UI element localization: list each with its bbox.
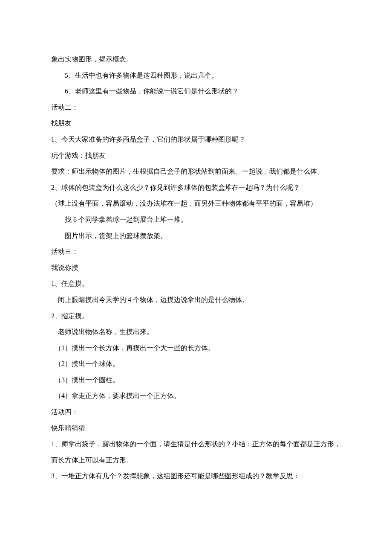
text-line: 象出实物图形，揭示概念。	[51, 51, 341, 67]
document-body: 象出实物图形，揭示概念。 5、生活中也有许多物体是这四种图形，说出几个。 6、老…	[51, 51, 341, 484]
text-line: 我说你摸	[51, 260, 341, 276]
text-line: 要求：师出示物体的图片，生根据自己盒子的形状站到前面来。一起说，我们都是什么体。	[51, 163, 341, 180]
text-line: 2、指定摸。	[51, 308, 341, 324]
text-line: 闭上眼睛摸出今天学的 4 个物体，边摸边说拿出的是什么物体。	[51, 292, 341, 308]
text-line: 找朋友	[51, 115, 341, 131]
text-line: 快乐猜猜猜	[51, 420, 341, 436]
text-line: 找 6 个同学拿着球一起到展台上堆一堆。	[51, 212, 341, 228]
text-line: （球上没有平面，容易滚动，没办法堆在一起，而另外三种物体都有平平的面，容易堆）	[51, 195, 341, 212]
text-line: 1、今天大家准备的许多商品盒子，它们的形状属于哪种图形呢？	[51, 131, 341, 148]
text-line: 1、师拿出袋子，露出物体的一个面，请生猜是什么形状的？小结：正方体的每个面都是正…	[51, 436, 341, 468]
text-line: 1、任意摸。	[51, 276, 341, 292]
text-line: （4）拿走正方体，要求摸出一个正方体。	[51, 388, 341, 404]
text-line: （2）摸出一个球体。	[51, 356, 341, 372]
text-line: （1）摸出一个长方体，再摸出一个大一些的长方体。	[51, 340, 341, 356]
text-line: 图片出示，货架上的篮球摆放架。	[51, 228, 341, 244]
activity-heading: 活动三：	[51, 244, 341, 260]
text-line: 3、一堆正方体有几个？发挥想象，这组图形还可能是哪些图形组成的？教学反思：	[51, 468, 341, 484]
text-line: （3）摸出一个圆柱。	[51, 372, 341, 388]
text-line: 2、球体的包装盒为什么这么少？你见到许多球体的包装盒堆在一起吗？为什么呢？	[51, 180, 341, 196]
text-line: 老师说出物体名称，生摸出来。	[51, 324, 341, 340]
text-line: 玩个游戏：找朋友	[51, 148, 341, 164]
text-line: 6、老师这里有一些物品，你能说一说它们是什么形状的？	[51, 83, 341, 99]
activity-heading: 活动四：	[51, 404, 341, 420]
activity-heading: 活动二：	[51, 99, 341, 116]
text-line: 5、生活中也有许多物体是这四种图形，说出几个。	[51, 67, 341, 84]
